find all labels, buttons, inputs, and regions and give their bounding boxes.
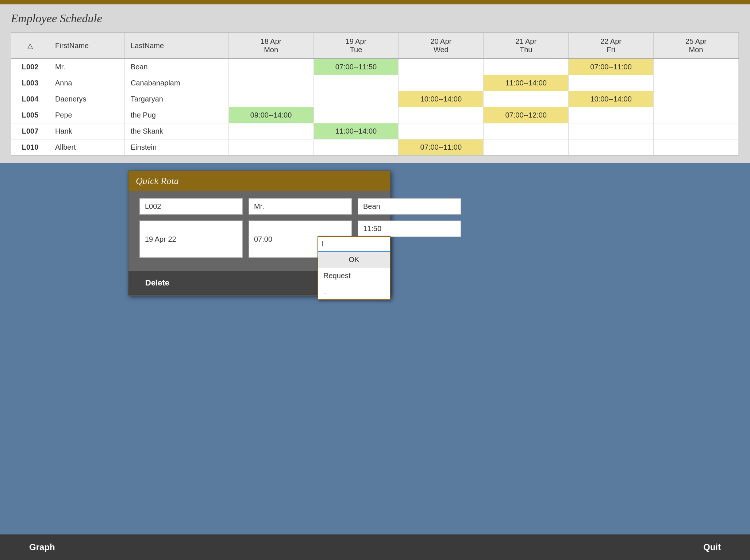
cell-apr18[interactable]: [228, 91, 314, 107]
cell-id: L007: [11, 123, 49, 139]
page-title: Employee Schedule: [11, 12, 739, 25]
cell-firstname: Allbert: [49, 139, 125, 156]
dialog-field-end[interactable]: [358, 220, 461, 237]
cell-apr19[interactable]: 11:00--14:00: [314, 123, 399, 139]
cell-apr19[interactable]: [314, 139, 399, 156]
cell-apr25[interactable]: [654, 123, 739, 139]
col-header-id[interactable]: △: [11, 33, 49, 59]
delete-button[interactable]: Delete: [139, 276, 175, 290]
dialog-field-firstname[interactable]: [249, 198, 352, 215]
table-row[interactable]: L002Mr.Bean07:00--11:5007:00--11:00: [11, 59, 739, 75]
cell-apr22[interactable]: [569, 139, 654, 156]
cell-lastname: the Pug: [125, 107, 229, 123]
cell-apr18[interactable]: [228, 123, 314, 139]
dropdown-popup: OK Request ..: [318, 236, 391, 300]
cell-apr19[interactable]: [314, 75, 399, 91]
dialog-field-id[interactable]: [139, 198, 243, 215]
col-header-apr22[interactable]: 22 AprFri: [569, 33, 654, 59]
schedule-table-container: △ FirstName LastName 18 AprMon 19 AprTue…: [11, 32, 739, 156]
cell-apr21[interactable]: [484, 139, 569, 156]
table-row[interactable]: L010AllbertEinstein07:00--11:00: [11, 139, 739, 156]
cell-firstname: Mr.: [49, 59, 125, 75]
cell-apr22[interactable]: [569, 75, 654, 91]
schedule-table: △ FirstName LastName 18 AprMon 19 AprTue…: [11, 33, 739, 156]
cell-apr20[interactable]: 10:00--14:00: [399, 91, 484, 107]
table-header-row: △ FirstName LastName 18 AprMon 19 AprTue…: [11, 33, 739, 59]
cell-lastname: Bean: [125, 59, 229, 75]
table-row[interactable]: L007Hankthe Skank11:00--14:00: [11, 123, 739, 139]
dropdown-item-ok[interactable]: OK: [318, 252, 390, 268]
dialog-row-1: [139, 198, 379, 215]
col-header-apr18[interactable]: 18 AprMon: [228, 33, 314, 59]
cell-firstname: Anna: [49, 75, 125, 91]
cell-apr21[interactable]: [484, 91, 569, 107]
cell-id: L010: [11, 139, 49, 156]
cell-apr22[interactable]: [569, 123, 654, 139]
blue-section: Quick Rota Delete Save: [0, 163, 750, 560]
cell-id: L002: [11, 59, 49, 75]
cell-apr19[interactable]: [314, 107, 399, 123]
dialog-field-lastname[interactable]: [358, 198, 461, 215]
dropdown-input[interactable]: [318, 237, 390, 252]
cell-apr22[interactable]: 07:00--11:00: [569, 59, 654, 75]
cell-apr21[interactable]: 07:00--12:00: [484, 107, 569, 123]
cell-id: L005: [11, 107, 49, 123]
sort-icon: △: [27, 42, 33, 50]
cell-apr20[interactable]: [399, 75, 484, 91]
cell-apr20[interactable]: [399, 123, 484, 139]
table-row[interactable]: L003AnnaCanabanaplam11:00--14:00: [11, 75, 739, 91]
cell-apr22[interactable]: 10:00--14:00: [569, 91, 654, 107]
cell-lastname: the Skank: [125, 123, 229, 139]
cell-lastname: Canabanaplam: [125, 75, 229, 91]
cell-apr18[interactable]: [228, 59, 314, 75]
cell-apr25[interactable]: [654, 91, 739, 107]
bottom-bar: Graph Quit: [0, 534, 750, 560]
cell-id: L004: [11, 91, 49, 107]
col-header-lastname[interactable]: LastName: [125, 33, 229, 59]
cell-apr19[interactable]: [314, 91, 399, 107]
cell-apr21[interactable]: [484, 123, 569, 139]
cell-apr25[interactable]: [654, 107, 739, 123]
col-header-apr20[interactable]: 20 AprWed: [399, 33, 484, 59]
cell-apr25[interactable]: [654, 75, 739, 91]
cell-apr20[interactable]: [399, 107, 484, 123]
cell-firstname: Daenerys: [49, 91, 125, 107]
cell-apr21[interactable]: 11:00--14:00: [484, 75, 569, 91]
dialog-field-date[interactable]: [139, 220, 243, 258]
app-wrapper: Employee Schedule △ FirstName LastName 1…: [0, 0, 750, 560]
table-row[interactable]: L005Pepethe Pug09:00--14:0007:00--12:00: [11, 107, 739, 123]
cell-apr18[interactable]: 09:00--14:00: [228, 107, 314, 123]
dropdown-item-dots[interactable]: ..: [318, 284, 390, 299]
col-header-apr21[interactable]: 21 AprThu: [484, 33, 569, 59]
cell-apr25[interactable]: [654, 139, 739, 156]
quit-button[interactable]: Quit: [696, 538, 728, 556]
cell-firstname: Pepe: [49, 107, 125, 123]
cell-apr19[interactable]: 07:00--11:50: [314, 59, 399, 75]
col-header-apr19[interactable]: 19 AprTue: [314, 33, 399, 59]
cell-apr21[interactable]: [484, 59, 569, 75]
cell-apr20[interactable]: [399, 59, 484, 75]
cell-apr18[interactable]: [228, 75, 314, 91]
cell-lastname: Targaryan: [125, 91, 229, 107]
cell-firstname: Hank: [49, 123, 125, 139]
cell-apr20[interactable]: 07:00--11:00: [399, 139, 484, 156]
top-bar: [0, 0, 750, 4]
graph-button[interactable]: Graph: [22, 538, 62, 556]
cell-apr25[interactable]: [654, 59, 739, 75]
table-row[interactable]: L004DaenerysTargaryan10:00--14:0010:00--…: [11, 91, 739, 107]
content-section: Employee Schedule △ FirstName LastName 1…: [0, 4, 750, 163]
cell-lastname: Einstein: [125, 139, 229, 156]
dialog-title-bar: Quick Rota: [128, 171, 390, 191]
cell-apr18[interactable]: [228, 139, 314, 156]
cell-apr22[interactable]: [569, 107, 654, 123]
dropdown-item-request[interactable]: Request: [318, 268, 390, 284]
col-header-apr25[interactable]: 25 AprMon: [654, 33, 739, 59]
cell-id: L003: [11, 75, 49, 91]
col-header-firstname[interactable]: FirstName: [49, 33, 125, 59]
